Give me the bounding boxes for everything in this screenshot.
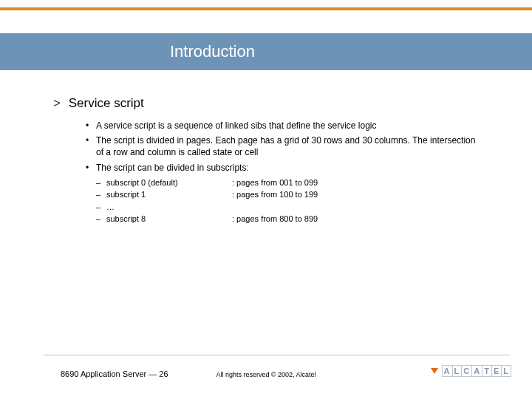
logo-letter: T <box>482 365 492 377</box>
subscript-row: – subscript 1 : pages from 100 to 199 <box>96 188 480 201</box>
top-divider <box>0 7 532 10</box>
logo-letter: L <box>453 365 463 377</box>
footer-divider <box>44 355 510 355</box>
title-band: Introduction <box>0 33 532 70</box>
logo-letter: E <box>492 365 502 377</box>
subscript-desc: : pages from 100 to 199 <box>232 188 480 201</box>
bullet-item: The script can be divided in subscripts: <box>86 162 480 174</box>
logo-letter: L <box>502 365 511 377</box>
dash-icon: – <box>96 201 106 214</box>
subscript-label: subscript 1 <box>106 188 232 201</box>
subscript-desc: : pages from 001 to 099 <box>232 177 480 189</box>
subscript-row: – subscript 8 : pages from 800 to 899 <box>96 213 480 225</box>
dash-icon: – <box>96 177 106 189</box>
subscript-list: – subscript 0 (default) : pages from 001… <box>96 177 480 225</box>
subscript-desc <box>232 201 480 214</box>
subscript-label: … <box>106 201 232 214</box>
content-area: > Service script A service script is a s… <box>66 96 480 225</box>
chevron-icon: > <box>53 96 65 111</box>
subscript-label: subscript 8 <box>106 213 232 225</box>
slide-title: Introduction <box>0 42 255 61</box>
section-heading: > Service script <box>66 96 480 111</box>
bullet-item: A service script is a sequence of linked… <box>86 120 480 132</box>
bullet-item: The script is divided in pages. Each pag… <box>86 134 480 158</box>
subscript-desc: : pages from 800 to 899 <box>232 213 480 225</box>
dash-icon: – <box>96 213 106 225</box>
logo-letter: A <box>442 365 453 377</box>
logo-text: A L C A T E L <box>442 365 511 377</box>
logo-letter: C <box>462 365 472 377</box>
subscript-row: – subscript 0 (default) : pages from 001… <box>96 177 480 189</box>
logo-letter: A <box>472 365 482 377</box>
slide: Introduction > Service script A service … <box>0 0 532 399</box>
subscript-label: subscript 0 (default) <box>106 177 232 189</box>
subscript-row: – … <box>96 201 480 214</box>
alcatel-logo: A L C A T E L <box>431 365 511 377</box>
dash-icon: – <box>96 188 106 201</box>
triangle-icon <box>431 368 438 374</box>
bullet-list: A service script is a sequence of linked… <box>86 120 480 174</box>
section-heading-text: Service script <box>69 96 144 110</box>
